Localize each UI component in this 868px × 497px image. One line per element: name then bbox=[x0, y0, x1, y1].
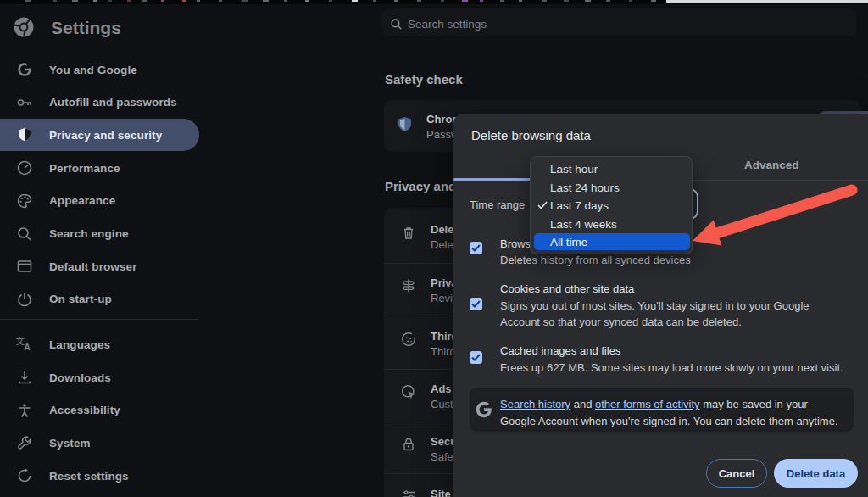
svg-text:A: A bbox=[24, 343, 30, 352]
